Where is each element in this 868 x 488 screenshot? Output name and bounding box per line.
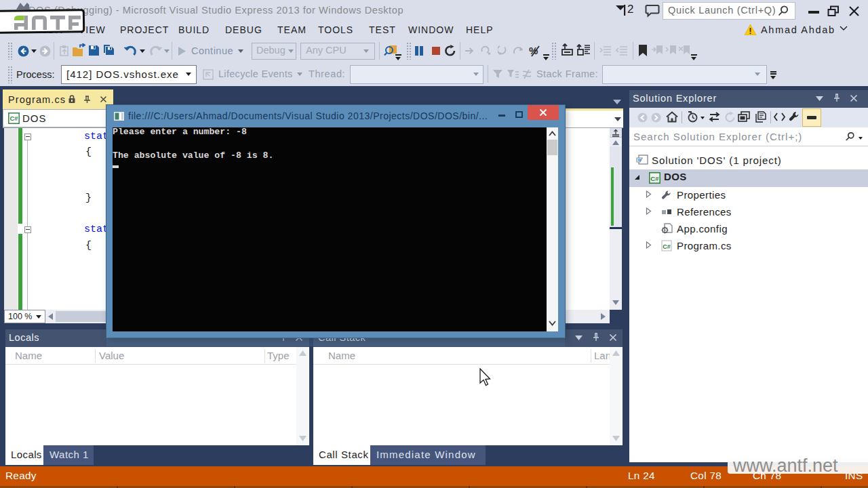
svg-text:C#: C# (650, 175, 659, 182)
svg-text:C#: C# (663, 243, 671, 250)
svg-text:C#: C# (10, 115, 19, 122)
